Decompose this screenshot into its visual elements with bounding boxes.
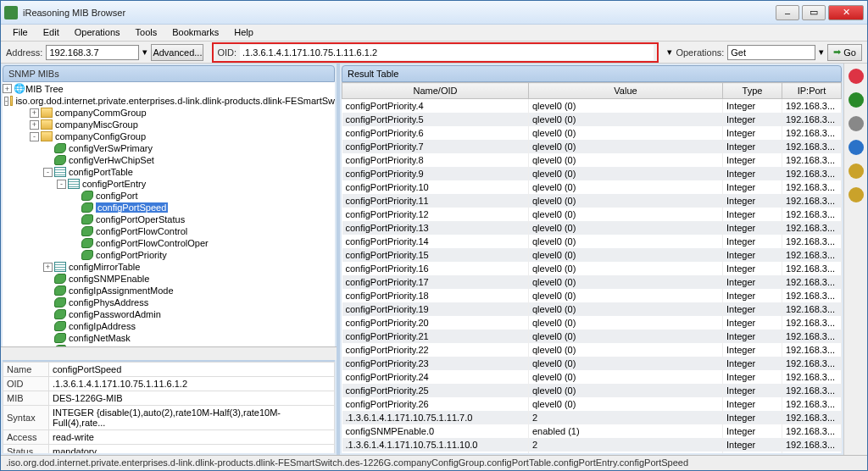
- cell: 192.168.3...: [782, 384, 842, 397]
- open-icon[interactable]: [849, 187, 864, 202]
- col-header[interactable]: Name/OID: [342, 83, 529, 99]
- tree-icon[interactable]: [849, 92, 864, 108]
- snmp-mibs-tab[interactable]: SNMP MIBs: [3, 65, 335, 82]
- table-row[interactable]: configPortPriority.17qlevel0 (0)Integer1…: [342, 275, 842, 289]
- tree-node[interactable]: configPortSpeed: [3, 202, 335, 213]
- menu-tools[interactable]: Tools: [129, 25, 164, 41]
- table-row[interactable]: configPortPriority.5qlevel0 (0)Integer19…: [342, 113, 842, 126]
- menubar: FileEditOperationsToolsBookmarksHelp: [1, 25, 867, 42]
- tree-toggle-icon[interactable]: -: [43, 168, 53, 177]
- mib-tree[interactable]: +🌐 MIB Tree-iso.org.dod.internet.private…: [3, 82, 335, 346]
- col-header[interactable]: IP:Port: [782, 83, 842, 99]
- table-row[interactable]: configPortPriority.15qlevel0 (0)Integer1…: [342, 248, 842, 262]
- tree-node[interactable]: +companyMiscGroup: [3, 119, 335, 130]
- search-icon[interactable]: [849, 140, 864, 155]
- tree-node[interactable]: -companyConfigGroup: [3, 131, 335, 141]
- table-row[interactable]: configPortPriority.18qlevel0 (0)Integer1…: [342, 289, 842, 302]
- table-row[interactable]: configPortPriority.6qlevel0 (0)Integer19…: [342, 126, 842, 140]
- table-row[interactable]: configPortPriority.12qlevel0 (0)Integer1…: [342, 208, 842, 221]
- tree-node[interactable]: +configMirrorTable: [3, 262, 335, 272]
- minimize-button[interactable]: –: [776, 5, 799, 20]
- tree-node[interactable]: configSNMPEnable: [3, 274, 335, 284]
- menu-operations[interactable]: Operations: [68, 25, 127, 41]
- menu-edit[interactable]: Edit: [36, 25, 66, 41]
- window-title: iReasoning MIB Browser: [23, 8, 776, 18]
- tree-node[interactable]: configPortFlowControlOper: [3, 238, 335, 248]
- table-row[interactable]: .1.3.6.1.4.1.171.10.75.1.11.10.02Integer…: [342, 438, 842, 452]
- menu-bookmarks[interactable]: Bookmarks: [165, 25, 225, 41]
- tree-toggle-icon[interactable]: +: [30, 108, 39, 118]
- table-row[interactable]: configPortPriority.9qlevel0 (0)Integer19…: [342, 167, 842, 180]
- address-input[interactable]: [46, 45, 139, 60]
- tree-node[interactable]: configNetMask: [3, 333, 335, 343]
- tree-node[interactable]: configPort: [3, 191, 335, 201]
- go-button[interactable]: ➡ Go: [827, 44, 862, 61]
- table-row[interactable]: configPortPriority.21qlevel0 (0)Integer1…: [342, 330, 842, 343]
- table-row[interactable]: configPortPriority.25qlevel0 (0)Integer1…: [342, 384, 842, 397]
- table-row[interactable]: configPortPriority.20qlevel0 (0)Integer1…: [342, 316, 842, 330]
- fldr-icon: [10, 96, 13, 106]
- tree-node[interactable]: configPortOperStatus: [3, 214, 335, 224]
- tree-node[interactable]: configPasswordAdmin: [3, 309, 335, 319]
- table-row[interactable]: configPortPriority.4qlevel0 (0)Integer19…: [342, 99, 842, 114]
- table-row[interactable]: configPortPriority.23qlevel0 (0)Integer1…: [342, 357, 842, 370]
- tree-label: configPortTable: [69, 167, 133, 177]
- cell: Integer: [723, 384, 782, 397]
- table-row[interactable]: configPortPriority.13qlevel0 (0)Integer1…: [342, 221, 842, 235]
- export-icon[interactable]: [849, 163, 864, 179]
- table-row[interactable]: configPortPriority.8qlevel0 (0)Integer19…: [342, 153, 842, 167]
- tree-node[interactable]: configPortPriority: [3, 250, 335, 260]
- tree-toggle-icon[interactable]: -: [57, 180, 66, 189]
- result-tab[interactable]: Result Table: [342, 65, 842, 82]
- tree-node[interactable]: configIpAddress: [3, 321, 335, 331]
- close-button[interactable]: ✕: [828, 5, 864, 20]
- table-row[interactable]: configIpAssignmentMode.0manual (1)Intege…: [342, 452, 842, 453]
- oid-input[interactable]: [240, 45, 654, 60]
- oid-dropdown-icon[interactable]: ▾: [667, 47, 672, 58]
- tree-node[interactable]: +companyCommGroup: [3, 108, 335, 118]
- leaf-icon: [54, 274, 66, 284]
- tree-toggle-icon[interactable]: +: [3, 84, 12, 93]
- tree-node[interactable]: configVerHwChipSet: [3, 155, 335, 165]
- tree-scrollbar[interactable]: [1, 346, 337, 360]
- table-row[interactable]: .1.3.6.1.4.1.171.10.75.1.11.7.02Integer1…: [342, 411, 842, 424]
- tree-node[interactable]: configVerSwPrimary: [3, 143, 335, 153]
- tree-node[interactable]: configPortFlowControl: [3, 226, 335, 236]
- cell: 192.168.3...: [782, 343, 842, 357]
- table-row[interactable]: configPortPriority.26qlevel0 (0)Integer1…: [342, 397, 842, 411]
- menu-help[interactable]: Help: [227, 25, 260, 41]
- table-row[interactable]: configPortPriority.7qlevel0 (0)Integer19…: [342, 140, 842, 153]
- col-header[interactable]: Value: [529, 83, 723, 99]
- copy-icon[interactable]: [849, 116, 864, 131]
- cell: 192.168.3...: [782, 330, 842, 343]
- clear-icon[interactable]: [849, 69, 864, 84]
- table-row[interactable]: configPortPriority.19qlevel0 (0)Integer1…: [342, 302, 842, 316]
- address-dropdown-icon[interactable]: ▾: [142, 47, 147, 58]
- tree-node[interactable]: -configPortTable: [3, 167, 335, 177]
- table-row[interactable]: configPortPriority.10qlevel0 (0)Integer1…: [342, 180, 842, 194]
- table-row[interactable]: configPortPriority.22qlevel0 (0)Integer1…: [342, 343, 842, 357]
- result-table-scroll[interactable]: Name/OIDValueTypeIP:Port configPortPrior…: [342, 82, 842, 453]
- table-row[interactable]: configPortPriority.16qlevel0 (0)Integer1…: [342, 262, 842, 275]
- table-row[interactable]: configPortPriority.24qlevel0 (0)Integer1…: [342, 370, 842, 384]
- tree-toggle-icon[interactable]: +: [30, 120, 39, 130]
- tree-toggle-icon[interactable]: -: [4, 97, 8, 106]
- advanced-button[interactable]: Advanced...: [151, 44, 203, 61]
- tree-node[interactable]: -configPortEntry: [3, 179, 335, 189]
- tree-node[interactable]: -iso.org.dod.internet.private.enterprise…: [3, 96, 335, 106]
- tree-toggle-icon[interactable]: +: [43, 263, 53, 272]
- col-header[interactable]: Type: [723, 83, 782, 99]
- operations-select[interactable]: [727, 45, 815, 60]
- table-row[interactable]: configPortPriority.11qlevel0 (0)Integer1…: [342, 194, 842, 208]
- menu-file[interactable]: File: [6, 25, 35, 41]
- table-row[interactable]: configSNMPEnable.0enabled (1)Integer192.…: [342, 424, 842, 438]
- app-window: iReasoning MIB Browser – ▭ ✕ FileEditOpe…: [0, 0, 868, 471]
- tree-toggle-icon[interactable]: -: [30, 132, 39, 141]
- table-row[interactable]: configPortPriority.14qlevel0 (0)Integer1…: [342, 235, 842, 248]
- maximize-button[interactable]: ▭: [802, 5, 826, 20]
- tree-node[interactable]: configIpAssignmentMode: [3, 285, 335, 296]
- tree-node[interactable]: configPhysAddress: [3, 297, 335, 308]
- tree-node[interactable]: +🌐 MIB Tree: [3, 83, 335, 94]
- titlebar[interactable]: iReasoning MIB Browser – ▭ ✕: [1, 1, 867, 25]
- operations-dropdown-icon[interactable]: ▾: [819, 47, 824, 58]
